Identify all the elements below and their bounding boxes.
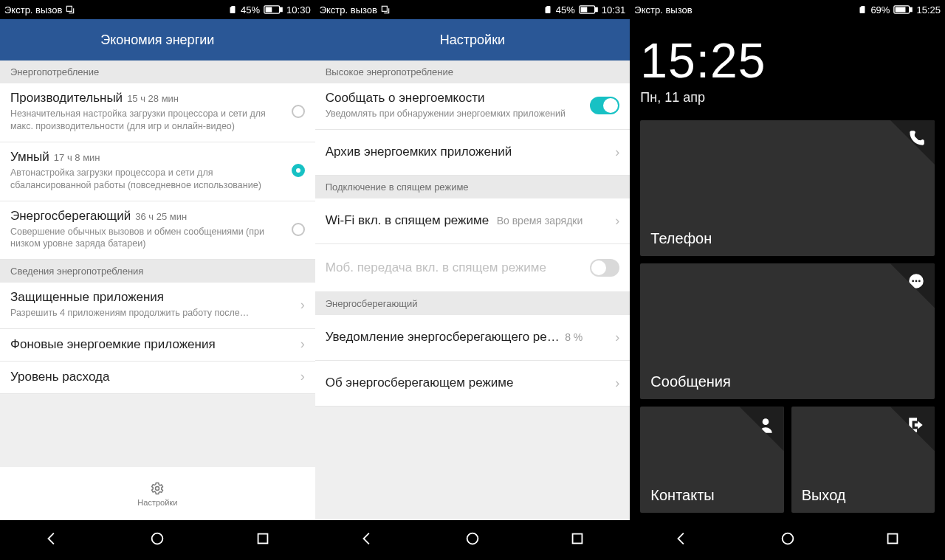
section-header-high-consumption: Высокое энергопотребление: [315, 61, 630, 83]
mode-performance[interactable]: Производительный15 ч 28 мин Незначительн…: [0, 83, 315, 142]
tile-corner: [890, 407, 935, 451]
nav-recent[interactable]: [255, 530, 271, 550]
page-title-bar: Настройки: [315, 19, 630, 61]
svg-rect-10: [580, 7, 587, 13]
tile-contacts[interactable]: Контакты: [640, 407, 783, 513]
status-bar: Экстр. вызов 45% 10:31: [315, 0, 630, 19]
svg-rect-15: [896, 7, 906, 13]
nav-back[interactable]: [360, 530, 376, 550]
phone-center: Экстр. вызов 45% 10:31 Настройки Высокое…: [315, 0, 630, 560]
mode-sub: Автонастройка загрузки процессора и сети…: [10, 167, 275, 192]
date: Пн, 11 апр: [640, 90, 935, 106]
row-title: Уровень расхода: [10, 370, 109, 384]
battery-text: 69%: [870, 4, 890, 15]
row-title: Архив энергоемких приложений: [326, 145, 512, 159]
tile-exit[interactable]: Выход: [791, 407, 935, 513]
row-sub: Разрешить 4 приложениям продолжить работ…: [10, 307, 275, 319]
radio-unselected[interactable]: [292, 105, 305, 118]
protected-apps-row[interactable]: Защищенные приложения Разрешить 4 прилож…: [0, 283, 315, 329]
mode-title: Энергосберегающий: [10, 209, 131, 223]
svg-rect-9: [595, 7, 597, 11]
row-title: Уведомление энергосберегающего ре…: [326, 330, 560, 344]
nav-bar: [630, 520, 945, 560]
mode-saver[interactable]: Энергосберегающий36 ч 25 мин Совершение …: [0, 201, 315, 260]
section-header-details: Сведения энергопотребления: [0, 260, 315, 283]
wifi-sleep-row[interactable]: Wi-Fi вкл. в спящем режиме Во время заря…: [315, 198, 630, 244]
mode-time: 15 ч 28 мин: [127, 93, 179, 104]
nav-home[interactable]: [149, 530, 165, 550]
mode-smart[interactable]: Умный17 ч 8 мин Автонастройка загрузки п…: [0, 142, 315, 201]
carrier-text: Экстр. вызов: [320, 4, 377, 15]
tile-label: Выход: [802, 487, 924, 504]
svg-point-5: [152, 533, 163, 545]
time-text: 15:25: [916, 4, 941, 15]
svg-point-21: [782, 533, 793, 545]
tile-messages[interactable]: Сообщения: [640, 263, 935, 399]
chevron-right-icon: ›: [300, 336, 305, 352]
content-area: Энергопотребление Производительный15 ч 2…: [0, 61, 315, 520]
lock-screen-body: 15:25 Пн, 11 апр Телефон Сообщения: [630, 19, 945, 520]
carrier-text: Экстр. вызов: [634, 4, 692, 15]
nav-home[interactable]: [780, 530, 796, 550]
nav-recent[interactable]: [884, 530, 901, 550]
nav-back[interactable]: [44, 530, 61, 550]
toggle-on[interactable]: [590, 97, 619, 114]
radio-selected[interactable]: [292, 164, 305, 177]
tile-phone[interactable]: Телефон: [640, 120, 935, 256]
row-title: Wi-Fi вкл. в спящем режиме: [326, 213, 489, 227]
background-apps-row[interactable]: Фоновые энергоемкие приложения ›: [0, 329, 315, 362]
svg-rect-12: [573, 534, 583, 544]
svg-rect-7: [382, 6, 387, 11]
svg-rect-6: [258, 534, 267, 544]
mode-time: 36 ч 25 мин: [135, 211, 187, 222]
nav-home[interactable]: [464, 530, 481, 550]
battery-text: 45%: [241, 4, 260, 15]
usage-level-row[interactable]: Уровень расхода ›: [0, 362, 315, 394]
row-value: Во время зарядки: [497, 215, 583, 227]
about-saver-row[interactable]: Об энергосберегающем режиме ›: [315, 361, 630, 407]
tile-corner: [740, 407, 784, 451]
gear-icon: [150, 481, 165, 496]
svg-point-18: [915, 280, 918, 283]
status-bar: Экстр. вызов 69% 15:25: [630, 0, 945, 19]
phone-right: Экстр. вызов 69% 15:25 15:25 Пн, 11 апр …: [630, 0, 945, 560]
screenshot-icon: [380, 4, 391, 15]
chevron-right-icon: ›: [615, 213, 619, 229]
radio-unselected[interactable]: [292, 223, 305, 236]
row-sub: Уведомлять при обнаружении энергоемких п…: [326, 108, 591, 120]
mobile-sleep-row: Моб. передача вкл. в спящем режиме: [315, 244, 630, 292]
exit-icon: [907, 415, 926, 435]
tile-corner: [890, 263, 935, 308]
row-value: 8 %: [565, 331, 583, 343]
row-title: Фоновые энергоемкие приложения: [10, 337, 216, 351]
svg-point-19: [918, 280, 921, 283]
tile-label: Контакты: [650, 487, 773, 504]
svg-rect-3: [266, 7, 272, 13]
chevron-right-icon: ›: [615, 330, 619, 345]
page-title-bar: Экономия энергии: [0, 19, 315, 61]
nav-recent[interactable]: [569, 530, 585, 550]
tile-label: Сообщения: [650, 373, 924, 390]
page-title: Настройки: [440, 32, 505, 48]
tile-label: Телефон: [650, 230, 924, 247]
bottom-settings-tab[interactable]: Настройки: [0, 467, 315, 520]
sim-icon: [543, 4, 552, 15]
battery-icon: [579, 4, 598, 15]
nav-back[interactable]: [674, 530, 690, 550]
tiles-container: Телефон Сообщения Контакты: [640, 120, 935, 513]
section-header-consumption: Энергопотребление: [0, 61, 315, 83]
notify-energy-row[interactable]: Сообщать о энергоемкости Уведомлять при …: [315, 83, 630, 130]
clock: 15:25: [640, 32, 935, 89]
svg-point-11: [467, 533, 478, 545]
svg-rect-0: [67, 6, 72, 11]
phone-left: Экстр. вызов 45% 10:30 Экономия энергии …: [0, 0, 315, 560]
chevron-right-icon: ›: [615, 145, 619, 160]
mode-title: Умный: [10, 150, 49, 164]
time-text: 10:31: [602, 4, 626, 15]
chat-icon: [907, 272, 926, 291]
svg-point-17: [912, 280, 914, 283]
bottom-settings-label: Настройки: [137, 498, 177, 507]
archive-row[interactable]: Архив энергоемких приложений ›: [315, 130, 630, 176]
saver-notif-row[interactable]: Уведомление энергосберегающего ре… 8 % ›: [315, 315, 630, 361]
row-title: Защищенные приложения: [10, 290, 164, 304]
